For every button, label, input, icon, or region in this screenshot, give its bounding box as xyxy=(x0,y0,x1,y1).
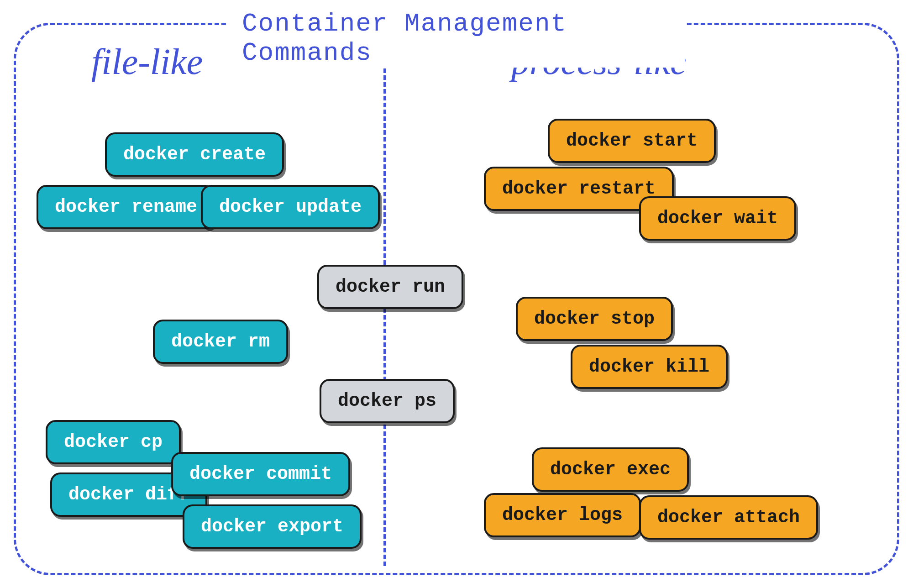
cmd-docker-start: docker start xyxy=(548,119,716,163)
cmd-docker-export: docker export xyxy=(183,504,362,549)
cmd-docker-wait: docker wait xyxy=(639,196,796,241)
cmd-docker-ps: docker ps xyxy=(320,379,455,423)
cmd-docker-cp: docker cp xyxy=(46,420,181,464)
category-file-like: file-like xyxy=(91,41,203,83)
cmd-docker-create: docker create xyxy=(105,132,284,177)
cmd-docker-commit: docker commit xyxy=(171,452,350,496)
diagram-title: Container Management Commands xyxy=(228,9,685,68)
cmd-docker-logs: docker logs xyxy=(484,493,641,537)
cmd-docker-rename: docker rename xyxy=(37,185,215,229)
cmd-docker-run: docker run xyxy=(317,265,463,309)
diagram-canvas: Container Management Commands file-like … xyxy=(0,0,913,588)
cmd-docker-update: docker update xyxy=(201,185,380,229)
cmd-docker-rm: docker rm xyxy=(153,320,288,364)
cmd-docker-stop: docker stop xyxy=(516,297,673,341)
cmd-docker-exec: docker exec xyxy=(532,447,689,492)
cmd-docker-kill: docker kill xyxy=(571,345,728,389)
vertical-divider xyxy=(383,55,386,566)
cmd-docker-attach: docker attach xyxy=(639,495,818,540)
